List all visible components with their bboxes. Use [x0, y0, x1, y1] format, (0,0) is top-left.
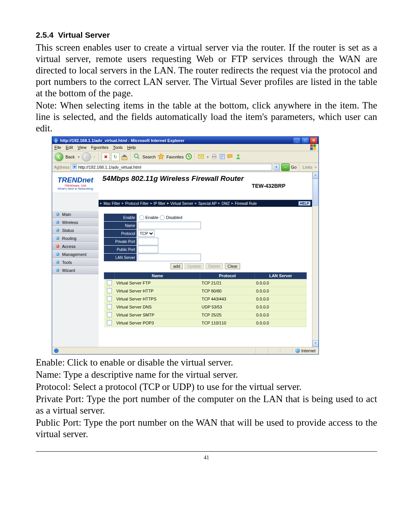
private-port-input[interactable]: [138, 238, 158, 245]
sidebar-item-management[interactable]: Management: [52, 250, 99, 258]
tab-special-ap[interactable]: Special AP: [198, 201, 217, 206]
sidebar-item-status[interactable]: Status: [52, 226, 99, 234]
row-checkbox[interactable]: [107, 320, 112, 325]
protocol-select[interactable]: TCP: [138, 230, 155, 237]
forward-dropdown-icon[interactable]: ▼: [93, 156, 96, 158]
section-heading: 2.5.4 Virtual Server: [36, 30, 377, 40]
add-button[interactable]: add: [170, 263, 183, 269]
table-row[interactable]: Virtual Server HTTPSTCP 443/4430.0.0.0: [104, 295, 307, 303]
go-label[interactable]: Go: [291, 165, 297, 169]
page-icon: [72, 165, 77, 170]
favorites-icon[interactable]: [158, 153, 164, 161]
tab-virtual-server[interactable]: Virtual Server: [170, 201, 193, 206]
status-zone: Internet: [301, 348, 315, 353]
menu-view[interactable]: View: [78, 145, 87, 150]
print-icon[interactable]: [211, 153, 218, 161]
menu-help[interactable]: Help: [127, 145, 136, 150]
back-label: Back: [65, 155, 75, 159]
name-input[interactable]: [138, 222, 201, 229]
mail-icon[interactable]: [198, 153, 204, 161]
clear-button[interactable]: Clear: [225, 263, 240, 269]
search-icon[interactable]: [134, 153, 140, 161]
tab-firewall-rule[interactable]: Firewall Rule: [235, 201, 257, 206]
refresh-button[interactable]: ↻: [111, 153, 119, 161]
body-para-2: Note: When selecting items in the table …: [36, 100, 377, 134]
enable-label: Enable: [104, 214, 137, 221]
svg-rect-5: [213, 154, 216, 156]
th-name: Name: [115, 273, 200, 279]
links-label[interactable]: Links: [303, 165, 312, 169]
lan-server-label: LAN Server: [104, 254, 137, 261]
search-label[interactable]: Search: [142, 155, 156, 159]
window-titlebar[interactable]: http://192.168.1.1/adv_virtual.html - Mi…: [52, 137, 319, 144]
scroll-down-button[interactable]: ▾: [312, 340, 319, 347]
favorites-label[interactable]: Favorites: [166, 155, 183, 159]
sidebar-item-main[interactable]: Main: [52, 210, 99, 218]
mail-dropdown-icon[interactable]: ▼: [206, 156, 209, 158]
tab-ip-filter[interactable]: IP filter: [154, 201, 166, 206]
address-input[interactable]: http://192.168.1.1/adv_virtual.html: [71, 164, 272, 171]
tab-mac-filter[interactable]: Mac Filter: [104, 201, 120, 206]
menu-tools[interactable]: Tools: [113, 145, 123, 150]
table-row[interactable]: Virtual Server HTTPTCP 80/800.0.0.0: [104, 287, 307, 295]
window-maximize-button[interactable]: □: [301, 137, 309, 144]
menu-file[interactable]: File: [54, 145, 61, 150]
toolbar: Back ▼ ▼ ✖ ↻ Search Favorites ▼: [52, 151, 319, 163]
discuss-icon[interactable]: [227, 153, 234, 161]
table-row[interactable]: Virtual Server POP3TCP 110/1100.0.0.0: [104, 319, 307, 327]
enable-radio-enable[interactable]: [139, 215, 144, 220]
scroll-up-button[interactable]: ▴: [312, 172, 319, 179]
tab-bar: ▶Mac Filter ▶Protocol Filter ▶IP filter …: [99, 200, 312, 207]
tab-protocol-filter[interactable]: Protocol Filter: [125, 201, 149, 206]
scroll-thumb[interactable]: [313, 179, 318, 206]
history-icon[interactable]: [185, 153, 192, 161]
tab-marker-icon: ▶: [195, 202, 197, 205]
back-button[interactable]: [54, 152, 64, 161]
body-para-1: This screen enables user to create a vir…: [36, 42, 377, 99]
update-button[interactable]: Update: [185, 263, 203, 269]
body-para-3: Enable: Click to enable or disable the v…: [36, 357, 377, 368]
menu-edit[interactable]: Edit: [66, 145, 73, 150]
protocol-label: Protocol: [104, 230, 137, 237]
address-dropdown-icon[interactable]: ▾: [274, 164, 280, 171]
home-button[interactable]: [121, 153, 128, 161]
links-chevron-icon[interactable]: »: [315, 165, 317, 169]
back-dropdown-icon[interactable]: ▼: [77, 156, 80, 158]
status-bar: Internet: [52, 347, 319, 354]
row-checkbox[interactable]: [107, 296, 112, 301]
edit-icon[interactable]: [219, 153, 226, 161]
address-label: Address: [54, 165, 69, 169]
forward-button[interactable]: [82, 152, 91, 161]
sidebar-item-wizard[interactable]: Wizard: [52, 266, 99, 274]
messenger-icon[interactable]: [235, 153, 242, 161]
go-button[interactable]: →: [281, 163, 290, 171]
sidebar-item-routing[interactable]: Routing: [52, 234, 99, 242]
name-label: Name: [104, 222, 137, 229]
table-row[interactable]: Virtual Server FTPTCP 21/210.0.0.0: [104, 279, 307, 287]
status-ie-icon: [54, 348, 59, 353]
window-close-button[interactable]: ✕: [310, 137, 317, 144]
page-banner: 54Mbps 802.11g Wireless Firewall Router …: [99, 172, 312, 200]
tab-dmz[interactable]: DMZ: [221, 201, 230, 206]
row-checkbox[interactable]: [107, 312, 112, 317]
tab-marker-icon: ▶: [150, 202, 152, 205]
tab-marker-icon: ▶: [100, 202, 102, 205]
row-checkbox[interactable]: [107, 288, 112, 293]
stop-button[interactable]: ✖: [102, 153, 110, 161]
window-minimize-button[interactable]: _: [293, 137, 301, 144]
body-para-6: Private Port: Type the port number of th…: [36, 393, 377, 416]
table-row[interactable]: Virtual Server SMTPTCP 25/250.0.0.0: [104, 311, 307, 319]
menu-favorites[interactable]: Favorites: [91, 145, 108, 150]
enable-radio-disabled[interactable]: [160, 215, 165, 220]
row-checkbox[interactable]: [107, 304, 112, 309]
sidebar-item-wireless[interactable]: Wireless: [52, 218, 99, 226]
sidebar-item-tools[interactable]: Tools: [52, 258, 99, 266]
vertical-scrollbar[interactable]: ▴ ▾: [312, 172, 319, 347]
table-row[interactable]: Virtual Server DNSUDP 53/530.0.0.0: [104, 303, 307, 311]
public-port-input[interactable]: [138, 246, 158, 253]
help-button[interactable]: HELP: [298, 201, 311, 206]
row-checkbox[interactable]: [107, 280, 112, 285]
sidebar-item-access[interactable]: Access: [52, 242, 99, 250]
lan-server-input[interactable]: [138, 254, 201, 261]
delete-button[interactable]: Delete: [206, 263, 223, 269]
